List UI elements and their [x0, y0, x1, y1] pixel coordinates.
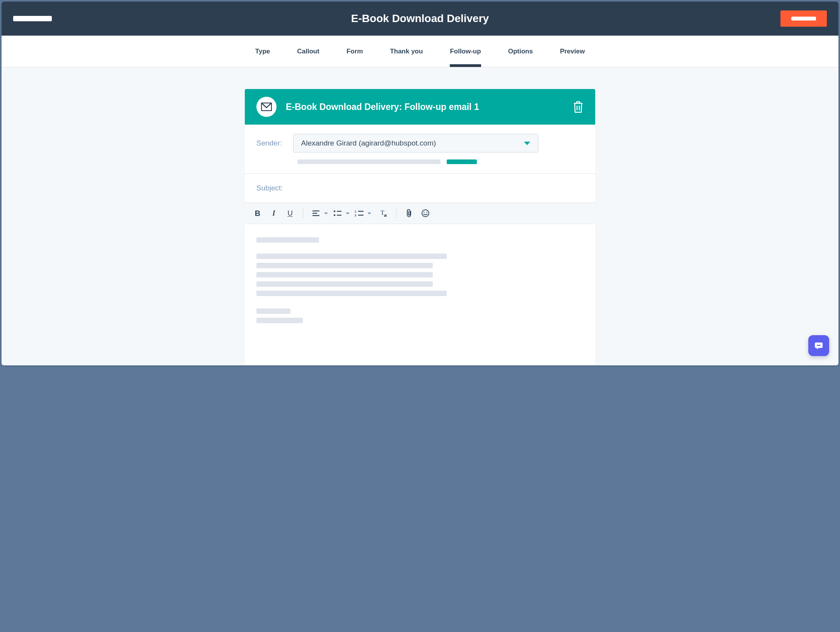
sender-hint-row [297, 159, 584, 164]
body-placeholder-line [256, 272, 433, 277]
chevron-down-icon [346, 212, 350, 214]
logo-placeholder [13, 16, 52, 21]
email-card: E-Book Download Delivery: Follow-up emai… [245, 89, 595, 365]
email-body-editor[interactable] [245, 224, 595, 323]
tabs-nav: Type Callout Form Thank you Follow-up Op… [2, 36, 838, 67]
tab-follow-up[interactable]: Follow-up [450, 36, 481, 67]
tab-callout[interactable]: Callout [297, 36, 319, 67]
hint-text-placeholder [297, 159, 440, 164]
tab-options[interactable]: Options [508, 36, 533, 67]
subject-section: Subject: [245, 174, 595, 203]
editor-toolbar: B I U [245, 203, 595, 224]
svg-text:2: 2 [355, 214, 357, 216]
svg-point-19 [423, 212, 425, 213]
chat-widget-button[interactable] [808, 335, 829, 356]
body-placeholder-line [256, 308, 290, 314]
body-placeholder-line [256, 281, 433, 287]
align-icon [309, 207, 323, 220]
svg-point-6 [334, 211, 335, 212]
chevron-down-icon [367, 212, 371, 214]
toolbar-divider [396, 208, 396, 218]
body-placeholder-line [256, 253, 447, 259]
toolbar-divider [303, 208, 303, 218]
svg-text:T: T [381, 209, 384, 216]
hint-link-placeholder[interactable] [447, 159, 477, 164]
body-placeholder-line [256, 318, 303, 323]
sender-label: Sender: [256, 139, 282, 147]
numbered-icon: 1 2 [353, 207, 366, 220]
card-title: E-Book Download Delivery: Follow-up emai… [286, 102, 563, 112]
page-title: E-Book Download Delivery [351, 12, 489, 25]
emoji-button[interactable] [419, 207, 432, 220]
numbered-list-dropdown[interactable]: 1 2 [353, 207, 371, 220]
tab-type[interactable]: Type [255, 36, 270, 67]
svg-point-7 [334, 214, 335, 216]
italic-button[interactable]: I [267, 207, 280, 220]
clear-format-button[interactable]: T [377, 207, 390, 220]
mail-icon [256, 97, 277, 117]
card-header: E-Book Download Delivery: Follow-up emai… [245, 89, 595, 125]
subject-label: Subject: [256, 184, 584, 192]
svg-point-18 [422, 210, 429, 217]
delete-button[interactable] [573, 101, 584, 113]
header-bar: E-Book Download Delivery [2, 2, 838, 36]
align-dropdown[interactable] [309, 207, 328, 220]
app-window: E-Book Download Delivery Type Callout Fo… [2, 2, 838, 365]
content-area: E-Book Download Delivery: Follow-up emai… [2, 67, 838, 365]
svg-rect-22 [817, 345, 821, 346]
cta-label-placeholder [791, 17, 816, 21]
chat-icon [814, 341, 824, 350]
chevron-down-icon [324, 212, 328, 214]
underline-button[interactable]: U [283, 207, 297, 220]
svg-text:1: 1 [355, 210, 357, 213]
chevron-down-icon [524, 142, 530, 145]
tab-thank-you[interactable]: Thank you [390, 36, 423, 67]
bold-button[interactable]: B [251, 207, 264, 220]
bullet-list-dropdown[interactable] [331, 207, 350, 220]
body-placeholder-line [256, 263, 433, 268]
body-placeholder-line [256, 291, 447, 296]
svg-point-20 [426, 212, 427, 213]
body-placeholder-line [256, 237, 319, 243]
sender-row: Sender: Alexandre Girard (agirard@hubspo… [256, 134, 584, 152]
primary-cta-button[interactable] [780, 10, 827, 27]
sender-value: Alexandre Girard (agirard@hubspot.com) [301, 139, 436, 147]
tab-preview[interactable]: Preview [560, 36, 585, 67]
sender-section: Sender: Alexandre Girard (agirard@hubspo… [245, 125, 595, 174]
tab-form[interactable]: Form [347, 36, 363, 67]
bullets-icon [331, 207, 344, 220]
sender-dropdown[interactable]: Alexandre Girard (agirard@hubspot.com) [293, 134, 538, 152]
attachment-button[interactable] [403, 207, 416, 220]
